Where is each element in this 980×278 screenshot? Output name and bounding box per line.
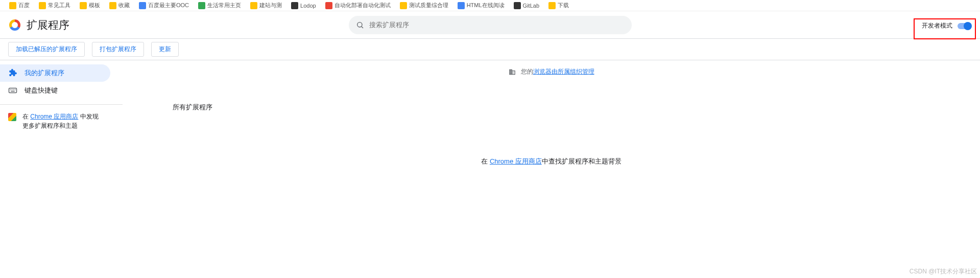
- bookmark-item[interactable]: 常见工具: [39, 2, 70, 9]
- section-all-extensions: 所有扩展程序: [123, 76, 980, 112]
- bookmark-item[interactable]: 模板: [80, 2, 100, 9]
- org-managed-notice: 您的浏览器由所属组织管理: [123, 67, 980, 76]
- load-unpacked-button[interactable]: 加载已解压的扩展程序: [8, 42, 85, 57]
- svg-rect-2: [9, 88, 17, 93]
- sidebar: 我的扩展程序 键盘快捷键 在 Chrome 应用商店 中发现 更多扩展程序和主题: [0, 60, 123, 166]
- sidebar-item-my-extensions[interactable]: 我的扩展程序: [0, 64, 110, 82]
- action-bar: 加载已解压的扩展程序 打包扩展程序 更新: [0, 39, 980, 60]
- svg-rect-5: [13, 89, 14, 90]
- search-input[interactable]: [369, 21, 625, 29]
- bookmark-item[interactable]: 收藏: [109, 2, 130, 9]
- bookmark-item[interactable]: 下载: [548, 2, 569, 9]
- divider: [0, 104, 123, 105]
- svg-rect-3: [10, 89, 11, 90]
- org-prefix: 您的: [521, 68, 533, 75]
- chrome-store-icon: [8, 113, 16, 121]
- bookmark-item[interactable]: 自动化部署自动化测试: [325, 2, 391, 9]
- bookmark-item[interactable]: HTML在线阅读: [458, 2, 505, 9]
- sidebar-label: 我的扩展程序: [25, 68, 64, 78]
- page-title: 扩展程序: [27, 18, 69, 32]
- bookmark-item[interactable]: 百度最主要OOC: [139, 2, 189, 9]
- svg-rect-6: [15, 89, 16, 90]
- svg-rect-4: [12, 89, 13, 90]
- bookmark-item[interactable]: 生活常用主页: [198, 2, 241, 9]
- store-prefix: 在: [22, 113, 30, 120]
- store-suffix2: 更多扩展程序和主题: [22, 122, 78, 129]
- empty-state-message: 在 Chrome 应用商店中查找扩展程序和主题背景: [123, 157, 980, 166]
- chrome-store-link[interactable]: Chrome 应用商店: [30, 113, 78, 120]
- sidebar-item-keyboard-shortcuts[interactable]: 键盘快捷键: [0, 82, 110, 99]
- chrome-icon: [9, 19, 20, 31]
- chrome-store-link-empty[interactable]: Chrome 应用商店: [490, 157, 542, 165]
- watermark: CSDN @IT技术分享社区: [910, 267, 977, 276]
- org-managed-link[interactable]: 浏览器由所属组织管理: [533, 68, 594, 75]
- update-button[interactable]: 更新: [151, 42, 179, 57]
- search-box[interactable]: [349, 16, 632, 34]
- svg-line-1: [361, 26, 363, 28]
- chrome-store-tip: 在 Chrome 应用商店 中发现 更多扩展程序和主题: [0, 109, 123, 133]
- bookmark-item[interactable]: 建站与测: [250, 2, 282, 9]
- dev-mode-area: 开发者模式: [914, 18, 976, 39]
- dev-mode-toggle[interactable]: [958, 23, 971, 29]
- store-suffix: 中发现: [78, 113, 98, 120]
- toolbar: 扩展程序 开发者模式: [0, 11, 980, 39]
- bookmark-item[interactable]: Lodop: [291, 2, 316, 9]
- extensions-icon: [8, 68, 17, 78]
- dev-mode-label: 开发者模式: [922, 21, 952, 30]
- keyboard-icon: [8, 86, 17, 95]
- main-content: 您的浏览器由所属组织管理 所有扩展程序 在 Chrome 应用商店中查找扩展程序…: [123, 60, 980, 166]
- search-icon: [356, 21, 364, 29]
- sidebar-label: 键盘快捷键: [25, 86, 58, 95]
- svg-rect-7: [11, 91, 15, 92]
- bookmark-item[interactable]: 百度: [9, 2, 30, 9]
- bookmark-item[interactable]: GitLab: [514, 2, 539, 9]
- svg-point-0: [357, 22, 362, 27]
- bookmark-bar: 百度 常见工具 模板 收藏 百度最主要OOC 生活常用主页 建站与测 Lodop…: [0, 0, 980, 11]
- bookmark-item[interactable]: 测试质量综合理: [400, 2, 448, 9]
- building-icon: [509, 68, 516, 76]
- pack-extension-button[interactable]: 打包扩展程序: [92, 42, 144, 57]
